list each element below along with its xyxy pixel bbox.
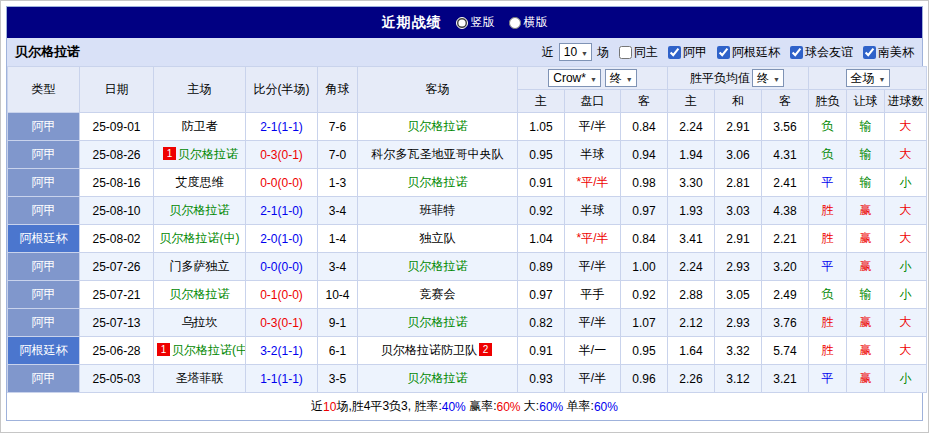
corner-cell: 1-4 bbox=[318, 225, 358, 253]
asian-away-odds: 0.84 bbox=[621, 113, 668, 141]
result-cover-cell: 赢 bbox=[847, 253, 885, 281]
away-team-name[interactable]: 贝尔格拉诺 bbox=[408, 315, 468, 329]
away-team-name[interactable]: 独立队 bbox=[420, 231, 456, 245]
sudamericana-checkbox[interactable] bbox=[863, 46, 876, 59]
recent-count-select[interactable]: 10 bbox=[559, 43, 592, 61]
horizontal-radio[interactable] bbox=[509, 17, 521, 29]
europe-draw-odds: 3.32 bbox=[715, 337, 762, 365]
europe-odds-time-select[interactable]: 终 bbox=[752, 69, 784, 87]
table-row: 阿甲 25-05-03 圣塔菲联 1-1(1-1) 3-5 贝尔格拉诺 0.93… bbox=[8, 365, 927, 393]
result-wdl-cell: 平 bbox=[809, 253, 847, 281]
table-row: 阿根廷杯 25-06-28 1贝尔格拉诺(中) 3-2(1-1) 6-1 贝尔格… bbox=[8, 337, 927, 365]
asian-away-odds: 1.00 bbox=[621, 253, 668, 281]
asian-home-odds: 1.05 bbox=[518, 113, 565, 141]
home-team-name[interactable]: 贝尔格拉诺 bbox=[170, 203, 230, 217]
europe-draw-odds: 2.91 bbox=[715, 113, 762, 141]
handicap-cell: *平/半 bbox=[565, 169, 621, 197]
filter-league-primera[interactable]: 阿甲 bbox=[668, 44, 707, 61]
summary-segment: 40% bbox=[442, 400, 466, 414]
friendly-checkbox[interactable] bbox=[790, 46, 803, 59]
asian-home-odds: 0.91 bbox=[518, 337, 565, 365]
away-team-name[interactable]: 贝尔格拉诺 bbox=[408, 119, 468, 133]
europe-draw-odds: 2.93 bbox=[715, 253, 762, 281]
europe-odds-group-header: 胜平负均值终 bbox=[668, 67, 809, 90]
home-team-name[interactable]: 圣塔菲联 bbox=[176, 371, 224, 385]
result-wdl-cell: 胜 bbox=[809, 197, 847, 225]
score-cell: 3-2(1-1) bbox=[246, 337, 318, 365]
result-scope-value: 全场 bbox=[851, 72, 875, 84]
summary-segment: 单率: bbox=[563, 398, 594, 415]
europe-draw-odds: 3.05 bbox=[715, 281, 762, 309]
away-team-name[interactable]: 贝尔格拉诺 bbox=[408, 175, 468, 189]
date-cell: 25-07-13 bbox=[80, 309, 154, 337]
asian-away-odds: 0.98 bbox=[621, 169, 668, 197]
recent-count-value: 10 bbox=[564, 46, 577, 58]
filter-club-friendly[interactable]: 球会友谊 bbox=[790, 44, 853, 61]
sub-header-europe-away: 客 bbox=[762, 90, 809, 113]
league-cell: 阿甲 bbox=[8, 253, 80, 281]
handicap-cell: 平/半 bbox=[565, 309, 621, 337]
home-team-name[interactable]: 贝尔格拉诺 bbox=[170, 287, 230, 301]
home-team-cell: 贝尔格拉诺 bbox=[154, 281, 246, 309]
away-team-name[interactable]: 班菲特 bbox=[420, 203, 456, 217]
europe-draw-odds: 3.03 bbox=[715, 197, 762, 225]
asian-away-odds: 0.94 bbox=[621, 141, 668, 169]
away-team-name[interactable]: 贝尔格拉诺 bbox=[408, 371, 468, 385]
horizontal-radio-label: 横版 bbox=[524, 14, 548, 31]
result-cover-cell: 赢 bbox=[847, 365, 885, 393]
layout-option-vertical[interactable]: 竖版 bbox=[456, 14, 495, 31]
primera-checkbox[interactable] bbox=[668, 46, 681, 59]
result-goals-cell: 大 bbox=[885, 113, 927, 141]
home-team-name[interactable]: 贝尔格拉诺(中) bbox=[172, 343, 246, 357]
away-team-cell: 班菲特 bbox=[358, 197, 518, 225]
home-team-name[interactable]: 贝尔格拉诺 bbox=[178, 147, 238, 161]
filter-copa-argentina[interactable]: 阿根廷杯 bbox=[717, 44, 780, 61]
col-header-date: 日期 bbox=[80, 67, 154, 113]
away-team-name[interactable]: 贝尔格拉诺防卫队 bbox=[381, 343, 477, 357]
home-team-cell: 乌拉坎 bbox=[154, 309, 246, 337]
europe-draw-odds: 2.91 bbox=[715, 225, 762, 253]
date-cell: 25-08-26 bbox=[80, 141, 154, 169]
league-cell: 阿甲 bbox=[8, 197, 80, 225]
result-goals-cell: 大 bbox=[885, 141, 927, 169]
layout-option-horizontal[interactable]: 横版 bbox=[509, 14, 548, 31]
league-cell: 阿根廷杯 bbox=[8, 225, 80, 253]
europe-odds-label: 胜平负均值 bbox=[690, 71, 750, 85]
home-team-cell: 1贝尔格拉诺 bbox=[154, 141, 246, 169]
result-cover-cell: 输 bbox=[847, 141, 885, 169]
home-team-name[interactable]: 艾度思维 bbox=[176, 175, 224, 189]
chevron-down-icon bbox=[622, 72, 633, 84]
away-team-cell: 贝尔格拉诺 bbox=[358, 113, 518, 141]
europe-home-odds: 2.24 bbox=[668, 253, 715, 281]
result-scope-select[interactable]: 全场 bbox=[846, 69, 890, 87]
home-team-name[interactable]: 防卫者 bbox=[182, 119, 218, 133]
result-wdl-cell: 负 bbox=[809, 141, 847, 169]
same-home-checkbox[interactable] bbox=[619, 46, 632, 59]
away-team-name[interactable]: 竞赛会 bbox=[420, 287, 456, 301]
asian-odds-group-header: Crow*终 bbox=[518, 67, 668, 90]
vertical-radio[interactable] bbox=[456, 17, 468, 29]
asian-away-odds: 0.96 bbox=[621, 365, 668, 393]
copa-checkbox[interactable] bbox=[717, 46, 730, 59]
away-team-name[interactable]: 贝尔格拉诺 bbox=[408, 259, 468, 273]
league-cell: 阿甲 bbox=[8, 365, 80, 393]
filter-bar: 贝尔格拉诺 近 10 场 同主 阿甲 阿根廷杯 球会友谊 南美杯 bbox=[7, 38, 922, 66]
sub-header-handicap: 盘口 bbox=[565, 90, 621, 113]
away-team-name[interactable]: 科尔多瓦圣地亚哥中央队 bbox=[372, 147, 504, 161]
home-team-name[interactable]: 门多萨独立 bbox=[170, 259, 230, 273]
odds-company-select[interactable]: Crow* bbox=[548, 69, 601, 87]
home-team-name[interactable]: 乌拉坎 bbox=[182, 315, 218, 329]
result-cover-cell: 赢 bbox=[847, 225, 885, 253]
chevron-down-icon bbox=[875, 72, 886, 84]
sub-header-cover: 让球 bbox=[847, 90, 885, 113]
odds-company-value: Crow* bbox=[553, 72, 586, 84]
date-cell: 25-09-01 bbox=[80, 113, 154, 141]
asian-odds-time-select[interactable]: 终 bbox=[605, 69, 637, 87]
europe-away-odds: 5.74 bbox=[762, 337, 809, 365]
europe-home-odds: 1.93 bbox=[668, 197, 715, 225]
table-row: 阿甲 25-08-26 1贝尔格拉诺 0-3(0-1) 7-0 科尔多瓦圣地亚哥… bbox=[8, 141, 927, 169]
result-wdl-cell: 负 bbox=[809, 113, 847, 141]
home-team-name[interactable]: 贝尔格拉诺(中) bbox=[160, 231, 240, 245]
filter-sudamericana[interactable]: 南美杯 bbox=[863, 44, 914, 61]
filter-same-home[interactable]: 同主 bbox=[619, 44, 658, 61]
